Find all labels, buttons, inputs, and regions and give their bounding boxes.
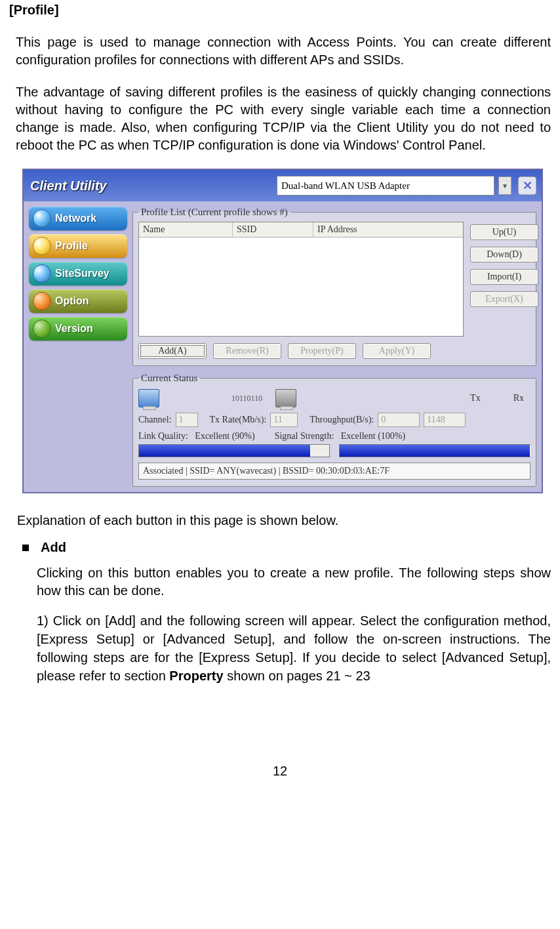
nav-label: SiteSurvey	[55, 268, 110, 279]
tx-label: Tx	[470, 393, 481, 403]
titlebar: Client Utility Dual-band WLAN USB Adapte…	[24, 170, 542, 201]
rx-label: Rx	[513, 393, 524, 403]
step-1-property: Property	[169, 669, 223, 683]
intro-paragraph-1: This page is used to manage connection w…	[16, 33, 551, 69]
globe-icon	[33, 320, 51, 338]
link-quality-value: Excellent (90%)	[195, 431, 254, 441]
profile-list-legend: Profile List (Current profile shows #)	[138, 207, 290, 218]
channel-label: Channel:	[138, 415, 172, 425]
globe-icon	[33, 209, 51, 228]
nav-version[interactable]: Version	[29, 317, 127, 341]
import-button[interactable]: Import(I)	[470, 269, 538, 285]
export-button[interactable]: Export(X)	[470, 291, 538, 307]
nav-label: Profile	[55, 241, 88, 251]
adapter-dropdown-icon[interactable]: ▼	[498, 176, 511, 195]
property-button[interactable]: Property(P)	[288, 343, 356, 359]
profile-table[interactable]: Name SSID IP Address	[138, 222, 464, 337]
association-status: Associated | SSID= ANY(wavecast) | BSSID…	[138, 463, 530, 480]
link-quality-bar	[138, 444, 330, 457]
nav-label: Version	[55, 323, 93, 334]
status-legend: Current Status	[138, 373, 200, 384]
nav-label: Network	[55, 213, 96, 224]
signal-strength-value: Excellent (100%)	[341, 431, 405, 441]
option-icon	[33, 292, 51, 310]
link-quality-label: Link Quality:	[138, 431, 188, 441]
computer-icon	[138, 389, 159, 407]
down-button[interactable]: Down(D)	[470, 247, 538, 262]
rx-throughput-value: 1148	[424, 413, 466, 427]
nav-profile[interactable]: Profile	[29, 234, 127, 258]
tx-throughput-value: 0	[378, 413, 420, 427]
up-button[interactable]: Up(U)	[470, 224, 538, 240]
step-1-text-c: shown on pages 21 ~ 23	[224, 669, 370, 683]
nav-option[interactable]: Option	[29, 289, 127, 313]
explanation-line: Explanation of each button in this page …	[17, 513, 551, 528]
profile-table-header: Name SSID IP Address	[139, 222, 463, 237]
nav-label: Option	[55, 296, 89, 306]
txrate-label: Tx Rate(Mb/s):	[210, 415, 267, 425]
computer-icon	[275, 389, 296, 407]
binary-label: 10110110	[231, 394, 262, 403]
profile-list-group: Profile List (Current profile shows #) N…	[132, 207, 536, 366]
app-screenshot: Client Utility Dual-band WLAN USB Adapte…	[22, 169, 551, 493]
status-group: Current Status 10110110 Tx Rx	[132, 373, 536, 487]
txrate-value: 11	[270, 413, 298, 427]
col-name[interactable]: Name	[139, 222, 233, 237]
profile-table-body[interactable]	[139, 237, 463, 336]
bullet-icon	[22, 545, 29, 551]
page-number: 12	[9, 764, 551, 779]
apply-button[interactable]: Apply(Y)	[363, 343, 431, 359]
signal-strength-label: Signal Strength:	[275, 431, 334, 441]
section-header: [Profile]	[9, 3, 551, 18]
nav-sitesurvey[interactable]: SiteSurvey	[29, 262, 127, 285]
remove-button[interactable]: Remove(R)	[213, 343, 281, 359]
add-description: Clicking on this button enables you to c…	[37, 564, 551, 600]
radar-icon	[33, 264, 51, 283]
adapter-select[interactable]: Dual-band WLAN USB Adapter	[277, 176, 494, 196]
app-title: Client Utility	[30, 178, 273, 194]
channel-value: 1	[176, 413, 198, 427]
close-button[interactable]: ✕	[518, 176, 536, 195]
signal-strength-bar	[339, 444, 530, 457]
add-button[interactable]: Add(A)	[138, 343, 207, 359]
add-heading: Add	[41, 540, 66, 555]
col-ssid[interactable]: SSID	[233, 222, 313, 237]
step-1: 1) Click on [Add] and the following scre…	[37, 611, 551, 685]
col-ip[interactable]: IP Address	[313, 222, 463, 237]
add-heading-row: Add	[22, 540, 551, 555]
nav-sidebar: Network Profile SiteSurvey Option	[29, 207, 127, 487]
nav-network[interactable]: Network	[29, 207, 127, 230]
throughput-label: Throughput(B/s):	[310, 415, 374, 425]
star-icon	[33, 237, 51, 255]
intro-paragraph-2: The advantage of saving different profil…	[16, 83, 551, 154]
